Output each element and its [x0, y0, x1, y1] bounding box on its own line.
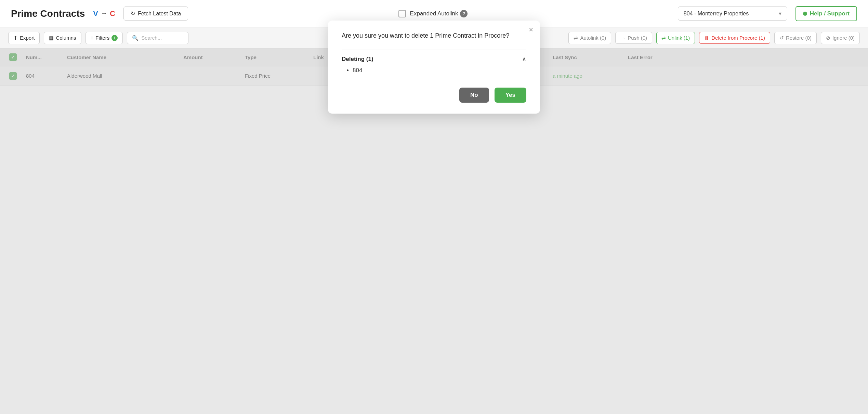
yes-button[interactable]: Yes	[495, 88, 526, 103]
help-support-button[interactable]: Help / Support	[795, 6, 857, 21]
modal-section-header[interactable]: Deleting (1) ∧	[342, 55, 526, 63]
dropdown-chevron-icon: ▾	[779, 10, 781, 17]
arrow-icon: →	[101, 10, 107, 17]
unlink-button[interactable]: ⇌ Unlink (1)	[656, 32, 695, 44]
columns-icon: ▦	[49, 35, 54, 41]
modal-items-list: 804	[342, 67, 526, 74]
modal-title: Are you sure you want to delete 1 Prime …	[342, 31, 526, 40]
push-button[interactable]: → Push (0)	[615, 32, 652, 44]
autolink-label: Expanded Autolink ?	[410, 10, 468, 17]
modal-footer: No Yes	[342, 88, 526, 103]
export-button[interactable]: ⬆ Export	[8, 32, 40, 44]
restore-button[interactable]: ↺ Restore (0)	[774, 32, 817, 44]
unlink-icon: ⇌	[661, 35, 666, 41]
chevron-up-icon: ∧	[522, 55, 526, 63]
table-area: Num... Customer Name Amount Type Link Ac…	[0, 49, 868, 86]
search-icon: 🔍	[132, 35, 139, 41]
filter-count-badge: 1	[111, 35, 118, 41]
modal-deleting-section: Deleting (1) ∧ 804	[342, 50, 526, 74]
green-status-dot	[803, 12, 807, 16]
restore-icon: ↺	[779, 35, 784, 41]
ignore-icon: ⊘	[826, 35, 830, 41]
delete-from-procore-button[interactable]: 🗑 Delete from Procore (1)	[699, 32, 770, 44]
no-button[interactable]: No	[459, 88, 489, 103]
modal-close-button[interactable]: ×	[529, 26, 533, 34]
push-icon: →	[620, 35, 626, 41]
autolink-help-icon[interactable]: ?	[460, 10, 468, 17]
search-input[interactable]: 🔍 Search...	[127, 32, 188, 44]
brand-icons: V → C	[93, 9, 115, 18]
modal-section-title: Deleting (1)	[342, 56, 373, 63]
app-title: Prime Contracts	[11, 8, 85, 19]
ignore-button[interactable]: ⊘ Ignore (0)	[821, 32, 860, 44]
columns-button[interactable]: ▦ Columns	[44, 32, 81, 44]
c-icon: C	[110, 9, 115, 18]
fetch-latest-button[interactable]: ↻ Fetch Latest Data	[123, 7, 188, 21]
fetch-icon: ↻	[131, 10, 135, 17]
project-dropdown[interactable]: 804 - Monterrey Properties ▾	[678, 7, 787, 21]
header-center: Expanded Autolink ?	[196, 10, 670, 17]
delete-icon: 🗑	[704, 35, 709, 41]
export-icon: ⬆	[13, 35, 18, 41]
modal-overlay: × Are you sure you want to delete 1 Prim…	[0, 49, 868, 86]
v-icon: V	[93, 9, 98, 18]
autolink-icon: ⇌	[574, 35, 578, 41]
filters-icon: ≡	[91, 35, 94, 41]
autolink-checkbox[interactable]	[398, 10, 406, 17]
modal-list-item: 804	[353, 67, 526, 74]
confirm-delete-modal: × Are you sure you want to delete 1 Prim…	[328, 21, 540, 114]
filters-button[interactable]: ≡ Filters 1	[86, 32, 123, 44]
autolink-action-button[interactable]: ⇌ Autolink (0)	[568, 32, 611, 44]
